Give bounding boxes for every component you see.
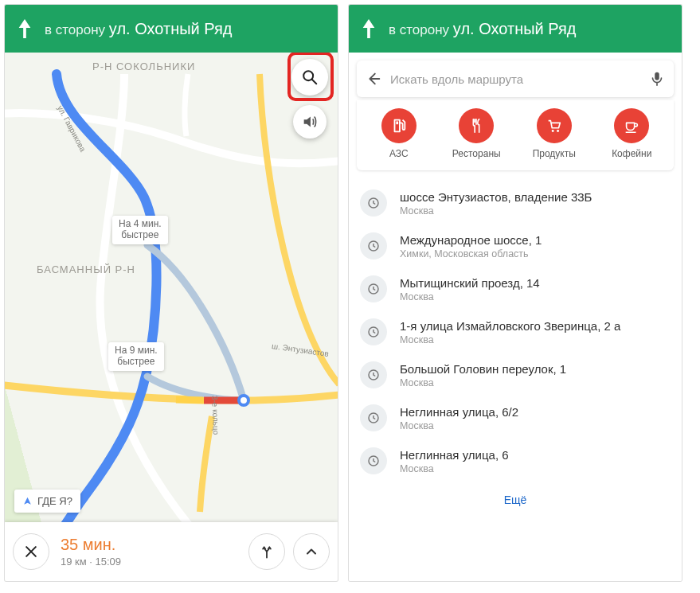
- history-icon: [360, 275, 387, 302]
- history-item[interactable]: Большой Головин переулок, 1Москва: [349, 353, 682, 396]
- history-sub: Москва: [400, 291, 671, 302]
- where-am-i-button[interactable]: ГДЕ Я?: [14, 490, 80, 513]
- eta-subline: 19 км · 15:09: [61, 556, 241, 568]
- voice-guidance-button[interactable]: [293, 105, 327, 138]
- history-item[interactable]: Неглинная улица, 6/2Москва: [349, 396, 682, 439]
- chip-faster-4min[interactable]: На 4 мин. быстрее: [112, 216, 168, 244]
- alternate-routes-button[interactable]: [248, 533, 285, 570]
- history-icon: [360, 404, 387, 431]
- district-sokolniki: Р-Н СОКОЛЬНИКИ: [92, 60, 195, 72]
- history-sub: Москва: [400, 205, 671, 217]
- direction-arrow-icon: [16, 18, 33, 40]
- search-input[interactable]: [390, 72, 640, 86]
- history-sub: Москва: [400, 377, 671, 388]
- category-label: Кофейни: [612, 148, 651, 159]
- gas-icon: [390, 117, 408, 135]
- eta-info[interactable]: 35 мин. 19 км · 15:09: [57, 536, 241, 568]
- voice-search-button[interactable]: [648, 70, 666, 88]
- svg-line-2: [312, 80, 317, 84]
- direction-prefix: в сторону: [45, 22, 105, 37]
- history-list[interactable]: шоссе Энтузиастов, владение 33БМосква Ме…: [349, 181, 682, 581]
- history-title: Неглинная улица, 6/2: [400, 405, 671, 419]
- search-along-route-screen: в сторону ул. Охотный Ряд АЗС Рестораны …: [349, 5, 682, 581]
- history-sub: Москва: [400, 334, 671, 345]
- history-item[interactable]: шоссе Энтузиастов, владение 33БМосква: [349, 181, 682, 224]
- history-icon: [360, 447, 387, 474]
- cart-icon: [546, 117, 563, 135]
- category-coffee[interactable]: Кофейни: [600, 108, 663, 159]
- direction-destination: ул. Охотный Ряд: [453, 20, 577, 37]
- direction-destination: ул. Охотный Ряд: [109, 20, 233, 37]
- direction-text: в сторону ул. Охотный Ряд: [45, 20, 232, 38]
- history-icon: [360, 361, 387, 388]
- fork-icon: [259, 544, 275, 560]
- category-row: АЗС Рестораны Продукты Кофейни: [357, 100, 674, 170]
- history-title: шоссе Энтузиастов, владение 33Б: [400, 190, 671, 204]
- search-bar: [357, 60, 674, 97]
- eta-duration: 35 мин.: [61, 536, 241, 554]
- history-title: Международное шоссе, 1: [400, 233, 671, 247]
- close-nav-button[interactable]: [13, 533, 49, 570]
- nav-map-screen: в сторону ул. Охотный Ряд Р-Н СОКОЛЬНИКИ: [5, 5, 338, 581]
- svg-point-6: [557, 130, 559, 132]
- district-basmanny: БАСМАННЫЙ Р-Н: [37, 263, 135, 275]
- search-along-route-button[interactable]: [291, 59, 328, 96]
- direction-arrow-icon: [360, 18, 377, 40]
- mic-icon: [648, 70, 666, 88]
- svg-rect-3: [655, 72, 659, 80]
- coffee-icon: [623, 117, 640, 135]
- history-sub: Химки, Московская область: [400, 248, 671, 259]
- direction-text: в сторону ул. Охотный Ряд: [389, 20, 576, 38]
- history-icon: [360, 318, 387, 345]
- expand-eta-button[interactable]: [293, 533, 330, 570]
- category-label: Рестораны: [452, 148, 501, 159]
- svg-point-5: [551, 130, 553, 132]
- close-icon: [23, 544, 39, 560]
- direction-header: в сторону ул. Охотный Ряд: [349, 5, 682, 53]
- category-label: АЗС: [389, 148, 409, 159]
- chip-faster-9min[interactable]: На 9 мин. быстрее: [108, 342, 164, 371]
- history-more-button[interactable]: Ещё: [349, 482, 682, 517]
- history-icon: [360, 232, 387, 259]
- history-title: Большой Головин переулок, 1: [400, 362, 671, 376]
- history-icon: [360, 189, 387, 217]
- history-item[interactable]: 1-я улица Измайловского Зверинца, 2 аМос…: [349, 310, 682, 353]
- eta-bar: 35 мин. 19 км · 15:09: [5, 522, 338, 581]
- category-gas[interactable]: АЗС: [367, 108, 431, 159]
- history-title: Мытищинский проезд, 14: [400, 276, 671, 290]
- chevron-up-icon: [303, 544, 319, 560]
- history-sub: Москва: [400, 463, 671, 474]
- history-item[interactable]: Международное шоссе, 1Химки, Московская …: [349, 224, 682, 267]
- map-canvas[interactable]: Р-Н СОКОЛЬНИКИ БАСМАННЫЙ Р-Н ул. Гаврико…: [5, 53, 338, 581]
- category-label: Продукты: [533, 148, 576, 159]
- history-title: 1-я улица Измайловского Зверинца, 2 а: [400, 319, 671, 333]
- restaurant-icon: [467, 117, 485, 135]
- direction-header: в сторону ул. Охотный Ряд: [5, 5, 338, 53]
- history-item[interactable]: Мытищинский проезд, 14Москва: [349, 267, 682, 310]
- search-icon: [301, 68, 319, 86]
- category-groceries[interactable]: Продукты: [522, 108, 586, 159]
- history-sub: Москва: [400, 420, 671, 431]
- nav-arrow-icon: [22, 496, 33, 506]
- where-am-i-label: ГДЕ Я?: [37, 495, 72, 507]
- direction-prefix: в сторону: [389, 22, 449, 37]
- history-title: Неглинная улица, 6: [400, 448, 671, 462]
- svg-rect-4: [396, 122, 398, 125]
- street-ring3: 3-е кольцо: [210, 396, 221, 435]
- history-item[interactable]: Неглинная улица, 6Москва: [349, 439, 682, 482]
- sound-icon: [301, 113, 319, 131]
- category-restaurants[interactable]: Рестораны: [444, 108, 508, 159]
- search-back-button[interactable]: [365, 70, 382, 88]
- back-arrow-icon: [365, 70, 382, 88]
- svg-point-0: [239, 396, 248, 405]
